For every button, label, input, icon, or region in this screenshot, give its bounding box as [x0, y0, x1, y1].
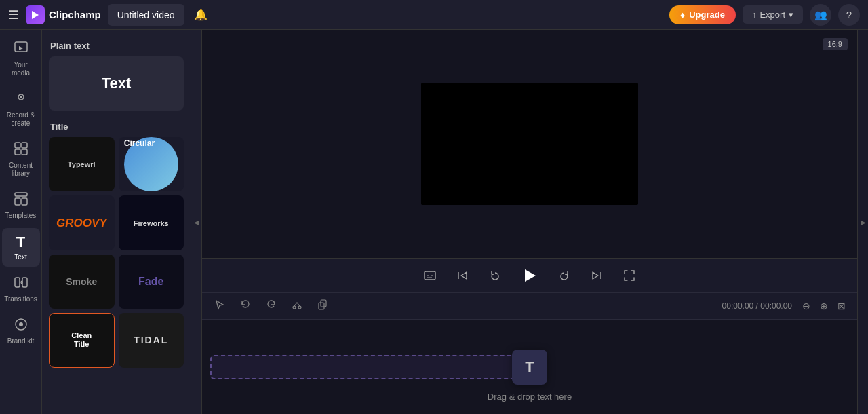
- transitions-icon: [14, 275, 28, 293]
- zoom-controls: ⊖ ⊕ ⊠: [799, 299, 849, 313]
- fullscreen-button[interactable]: [619, 265, 639, 286]
- plain-text-section-title: Plain text: [42, 38, 191, 56]
- project-title-button[interactable]: Untitled video: [108, 4, 184, 26]
- main-area: Your media Record &create Contentlibra: [0, 30, 868, 414]
- logo-wrapper: Clipchamp: [26, 5, 101, 24]
- select-tool-button[interactable]: [210, 297, 229, 315]
- sidebar-item-your-media[interactable]: Your media: [2, 35, 40, 83]
- tidal-label: TIDAL: [134, 335, 168, 345]
- drag-t-label: T: [525, 358, 534, 376]
- copy-paste-button[interactable]: [313, 297, 332, 315]
- right-panel-collapse[interactable]: ▶: [857, 30, 868, 414]
- svg-rect-16: [425, 271, 435, 280]
- fade-label: Fade: [138, 276, 163, 288]
- sidebar-item-transitions[interactable]: Transitions: [2, 269, 40, 309]
- cut-button[interactable]: [288, 297, 307, 315]
- record-create-icon: [14, 91, 28, 109]
- svg-rect-20: [321, 300, 326, 307]
- aspect-ratio-badge[interactable]: 16:9: [823, 38, 848, 50]
- clean-title-label: CleanTitle: [71, 331, 92, 349]
- video-canvas: [421, 83, 638, 205]
- drag-drop-zone: T Drag & drop text here: [202, 320, 857, 414]
- upgrade-label: Upgrade: [689, 10, 725, 20]
- svg-rect-6: [22, 143, 27, 148]
- clean-title-tile[interactable]: CleanTitle: [49, 313, 115, 367]
- topbar-right: ♦ Upgrade ↑ Export ▾ 👥 ?: [669, 4, 860, 26]
- export-button[interactable]: ↑ Export ▾: [743, 5, 803, 24]
- collapse-icon: ◀: [194, 219, 199, 226]
- svg-rect-12: [15, 278, 20, 287]
- svg-rect-2: [15, 42, 27, 52]
- svg-rect-13: [22, 278, 27, 287]
- content-library-icon: [14, 141, 28, 159]
- export-upload-icon: ↑: [752, 10, 757, 20]
- timeline-total-time: 00:00.00: [760, 301, 792, 311]
- sidebar-item-label: Transitions: [4, 295, 37, 303]
- plain-text-label: Text: [102, 75, 132, 92]
- export-chevron-icon: ▾: [789, 10, 793, 20]
- groovy-tile[interactable]: GROOVY: [49, 195, 115, 250]
- zoom-in-button[interactable]: ⊕: [816, 299, 831, 313]
- undo-button[interactable]: [236, 297, 255, 315]
- fade-tile[interactable]: Fade: [119, 255, 184, 309]
- svg-rect-7: [15, 149, 20, 155]
- sidebar-icons: Your media Record &create Contentlibra: [0, 30, 42, 414]
- logo-text: Clipchamp: [49, 9, 101, 20]
- plain-text-tile[interactable]: Text: [49, 56, 184, 111]
- title-section-title: Title: [42, 119, 191, 137]
- upgrade-button[interactable]: ♦ Upgrade: [669, 5, 736, 24]
- svg-point-15: [19, 322, 23, 326]
- preview-area: 16:9: [202, 30, 857, 414]
- prev-frame-button[interactable]: [452, 265, 473, 286]
- sidebar-item-label: Record &create: [7, 111, 35, 128]
- sidebar-item-text[interactable]: T Text: [2, 228, 40, 267]
- share-button[interactable]: 👥: [810, 4, 831, 26]
- smoke-tile[interactable]: Smoke: [49, 255, 115, 309]
- text-panel: Plain text Text Title Typewrl Circular G…: [42, 30, 191, 414]
- your-media-icon: [14, 41, 28, 59]
- fireworks-tile[interactable]: Fireworks: [119, 195, 184, 250]
- tidal-tile[interactable]: TIDAL: [119, 313, 184, 367]
- forward-button[interactable]: [554, 265, 574, 286]
- sidebar-item-brand-kit[interactable]: Brand kit: [2, 312, 40, 351]
- rewind-button[interactable]: [485, 265, 505, 286]
- sidebar-item-content-library[interactable]: Contentlibrary: [2, 136, 40, 183]
- help-button[interactable]: ?: [838, 4, 860, 26]
- svg-rect-5: [15, 143, 20, 148]
- groovy-label: GROOVY: [56, 217, 107, 230]
- zoom-fit-button[interactable]: ⊠: [834, 299, 849, 313]
- sidebar-item-label: Templates: [5, 212, 37, 220]
- topbar: ☰ Clipchamp Untitled video 🔔 ♦ Upgrade ↑…: [0, 0, 868, 30]
- play-button[interactable]: [517, 263, 542, 288]
- circular-tile[interactable]: Circular: [119, 137, 184, 191]
- svg-point-4: [20, 96, 22, 98]
- text-drop-zone[interactable]: [210, 355, 536, 379]
- sidebar-item-templates[interactable]: Templates: [2, 186, 40, 225]
- next-frame-button[interactable]: [587, 265, 607, 286]
- svg-rect-10: [15, 198, 20, 205]
- redo-button[interactable]: [262, 297, 281, 315]
- svg-point-19: [298, 306, 301, 309]
- preview-canvas-wrap: 16:9: [202, 30, 857, 258]
- zoom-out-button[interactable]: ⊖: [799, 299, 814, 313]
- brand-kit-icon: [14, 317, 28, 335]
- sidebar-item-label: Text: [14, 253, 26, 261]
- svg-marker-17: [525, 269, 536, 282]
- timeline-toolbar: 00:00.00 / 00:00.00 ⊖ ⊕ ⊠: [202, 293, 857, 320]
- logo-icon: [26, 5, 45, 24]
- notification-icon[interactable]: 🔔: [194, 8, 208, 21]
- player-controls: [202, 258, 857, 292]
- export-label: Export: [760, 10, 785, 20]
- drag-text-icon[interactable]: T: [512, 350, 547, 385]
- captions-button[interactable]: [420, 265, 440, 286]
- drag-drop-label: Drag & drop text here: [488, 392, 572, 402]
- typewriter-tile[interactable]: Typewrl: [49, 137, 115, 191]
- right-collapse-icon: ▶: [861, 219, 866, 226]
- timeline-time: 00:00.00 / 00:00.00: [722, 301, 792, 311]
- sidebar-item-record-create[interactable]: Record &create: [2, 86, 40, 133]
- hamburger-icon[interactable]: ☰: [8, 7, 19, 22]
- sidebar-item-label: Your media: [5, 61, 37, 77]
- panel-collapse-handle[interactable]: ◀: [191, 30, 202, 414]
- typewriter-label: Typewrl: [68, 160, 96, 168]
- svg-marker-1: [32, 11, 39, 19]
